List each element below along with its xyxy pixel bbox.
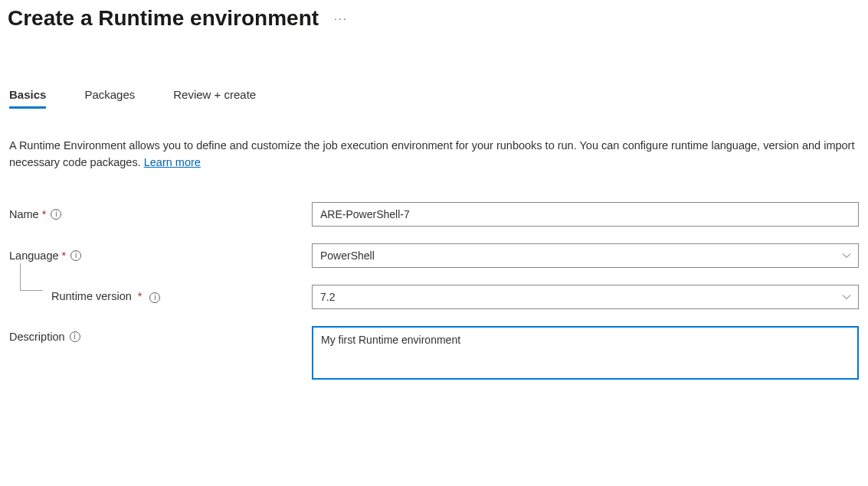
required-star-icon: *	[42, 208, 47, 220]
language-select[interactable]: PowerShell	[312, 243, 859, 268]
language-label: Language * i	[9, 250, 312, 262]
info-icon[interactable]: i	[70, 250, 81, 261]
runtime-version-select[interactable]: 7.2	[312, 285, 859, 309]
form-row-runtime-version: Runtime version * i 7.2	[9, 285, 859, 309]
language-label-text: Language	[9, 250, 59, 262]
intro-text: A Runtime Environment allows you to defi…	[9, 138, 856, 171]
name-label: Name * i	[9, 208, 312, 220]
tab-packages[interactable]: Packages	[84, 88, 135, 109]
page-title: Create a Runtime environment	[8, 6, 319, 31]
tab-review-create[interactable]: Review + create	[173, 88, 256, 109]
language-select-value: PowerShell	[320, 250, 375, 262]
runtime-version-select-value: 7.2	[320, 291, 335, 303]
learn-more-link[interactable]: Learn more	[144, 156, 201, 168]
intro-text-body: A Runtime Environment allows you to defi…	[9, 139, 854, 168]
runtime-version-label-text: Runtime version	[51, 290, 132, 302]
required-star-icon: *	[62, 250, 67, 262]
form-row-name: Name * i	[9, 202, 859, 227]
description-textarea[interactable]	[312, 326, 859, 380]
info-icon[interactable]: i	[149, 292, 160, 303]
required-star-icon: *	[138, 290, 142, 302]
runtime-version-label: Runtime version * i	[9, 290, 312, 303]
name-label-text: Name	[9, 208, 39, 220]
more-actions-icon[interactable]: ···	[334, 12, 348, 24]
tree-connector-icon	[20, 263, 43, 291]
description-label: Description i	[9, 326, 312, 343]
description-label-text: Description	[9, 331, 65, 343]
tabs-bar: Basics Packages Review + create	[0, 88, 868, 109]
form-row-language: Language * i PowerShell	[9, 243, 859, 268]
name-input[interactable]	[312, 202, 859, 227]
form-row-description: Description i	[9, 326, 859, 380]
tab-basics[interactable]: Basics	[9, 88, 46, 109]
info-icon[interactable]: i	[70, 331, 80, 342]
info-icon[interactable]: i	[51, 209, 61, 220]
